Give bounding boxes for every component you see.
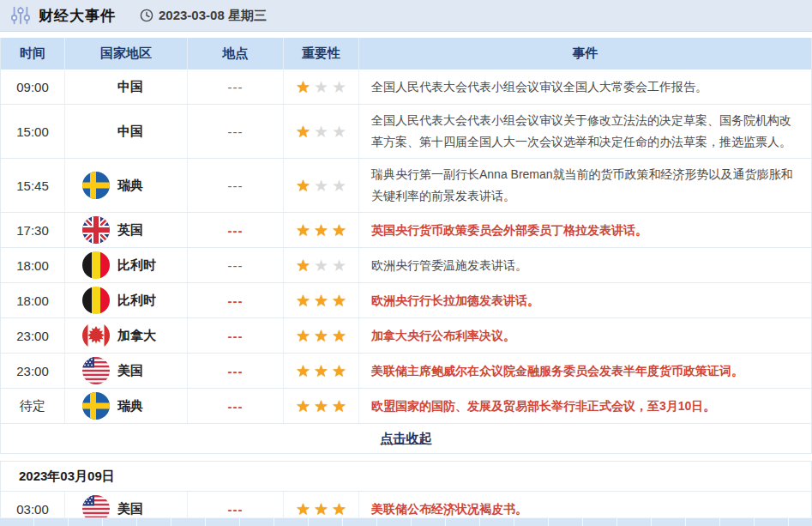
event-row: 09:00 中国 --- ★★★ 全国人民代表大会代表小组会议审议全国人大常委会…	[1, 70, 811, 105]
star-filled-icon: ★	[314, 398, 328, 414]
star-filled-icon: ★	[314, 293, 328, 309]
location-cell: ---	[188, 105, 284, 158]
event-text-cell: 美联储主席鲍威尔在众议院金融服务委员会发表半年度货币政策证词。	[359, 354, 811, 388]
importance-stars: ★★★	[284, 70, 359, 104]
event-text-cell: 欧洲央行行长拉加德发表讲话。	[359, 283, 811, 317]
star-empty-icon: ★	[314, 257, 328, 274]
country-cell: 中国	[65, 105, 188, 158]
collapse-row: 点击收起	[1, 424, 811, 454]
event-row: 23:00 加拿大 --- ★★★ 加拿大央行公布利率决议。	[1, 318, 811, 354]
country-cell: 英国	[65, 213, 188, 247]
col-header-time: 时间	[1, 38, 65, 70]
collapse-link[interactable]: 点击收起	[381, 431, 432, 447]
time-cell: 15:00	[1, 105, 65, 158]
star-filled-icon: ★	[332, 328, 346, 344]
blank-flag-icon	[82, 73, 110, 100]
importance-stars: ★★★	[284, 159, 359, 212]
belgium-flag-icon	[82, 251, 110, 279]
time-cell: 17:30	[1, 213, 65, 247]
importance-stars: ★★★	[284, 213, 359, 247]
col-header-country: 国家地区	[65, 38, 188, 70]
time-cell: 18:00	[1, 283, 65, 317]
star-empty-icon: ★	[332, 124, 346, 140]
star-filled-icon: ★	[314, 222, 328, 239]
star-filled-icon: ★	[332, 363, 346, 379]
clock-icon	[140, 9, 153, 22]
financial-events-widget: 财经大事件 2023-03-08 星期三 时间 国家地区 地点 重要性 事件 0…	[0, 0, 812, 526]
importance-stars: ★★★	[284, 248, 359, 282]
star-filled-icon: ★	[296, 363, 310, 379]
star-filled-icon: ★	[296, 124, 310, 140]
page-title: 财经大事件	[39, 6, 116, 26]
event-row: 17:30 英国 --- ★★★ 英国央行货币政策委员会外部委员丁格拉发表讲话。	[1, 213, 811, 248]
usa-flag-icon	[82, 357, 110, 384]
star-empty-icon: ★	[314, 124, 328, 140]
country-cell: 比利时	[65, 283, 188, 317]
importance-stars: ★★★	[284, 283, 359, 317]
star-filled-icon: ★	[296, 398, 310, 414]
belgium-flag-icon	[82, 287, 110, 314]
event-text-cell: 欧洲央行管委温施发表讲话。	[359, 248, 811, 282]
star-filled-icon: ★	[296, 501, 310, 517]
time-cell: 23:00	[1, 354, 65, 388]
events-table-day2: 2023年03月09日 03:00 美国 --- ★★★ 美联储公布经济状况褐皮…	[0, 461, 812, 526]
event-row: 23:00 美国 --- ★★★ 美联储主席鲍威尔在众议院金融服务委员会发表半年…	[1, 354, 811, 389]
location-cell: ---	[188, 318, 284, 353]
sweden-flag-icon	[82, 172, 110, 199]
location-cell: ---	[188, 70, 284, 104]
star-filled-icon: ★	[314, 501, 328, 517]
star-filled-icon: ★	[296, 178, 310, 194]
star-empty-icon: ★	[332, 178, 346, 194]
event-text-cell: 加拿大央行公布利率决议。	[359, 318, 811, 353]
next-day-date-label: 2023年03月09日	[19, 469, 115, 485]
date-display: 2023-03-08 星期三	[140, 8, 267, 24]
location-cell: ---	[188, 283, 284, 317]
time-cell: 待定	[1, 389, 65, 423]
importance-stars: ★★★	[284, 389, 359, 423]
sliders-icon	[10, 5, 31, 26]
star-empty-icon: ★	[332, 79, 346, 95]
importance-stars: ★★★	[284, 318, 359, 353]
table-header-row: 时间 国家地区 地点 重要性 事件	[1, 38, 811, 70]
star-filled-icon: ★	[314, 328, 328, 344]
country-cell: 中国	[65, 70, 188, 104]
time-cell: 23:00	[1, 318, 65, 353]
canada-flag-icon	[82, 322, 110, 349]
country-cell: 美国	[65, 354, 188, 388]
country-cell: 比利时	[65, 248, 188, 282]
uk-flag-icon	[82, 216, 110, 244]
col-header-importance: 重要性	[284, 38, 359, 70]
event-row: 待定 瑞典 --- ★★★ 欧盟国家的国防、发展及贸易部长举行非正式会议，至3月…	[1, 389, 811, 424]
event-row: 18:00 比利时 --- ★★★ 欧洲央行行长拉加德发表讲话。	[1, 283, 811, 318]
event-text-cell: 英国央行货币政策委员会外部委员丁格拉发表讲话。	[359, 213, 811, 247]
sweden-flag-icon	[82, 392, 110, 420]
star-filled-icon: ★	[332, 501, 346, 517]
importance-stars: ★★★	[284, 354, 359, 388]
star-filled-icon: ★	[296, 79, 310, 95]
event-row: 18:00 比利时 --- ★★★ 欧洲央行管委温施发表讲话。	[1, 248, 811, 283]
date-separator-row: 2023年03月09日	[1, 461, 811, 492]
location-cell: ---	[188, 354, 284, 388]
col-header-location: 地点	[188, 38, 284, 70]
star-filled-icon: ★	[296, 293, 310, 309]
star-filled-icon: ★	[296, 222, 310, 239]
star-filled-icon: ★	[332, 293, 346, 309]
star-empty-icon: ★	[314, 178, 328, 194]
event-text-cell: 瑞典央行第一副行长Anna Breman就当前的货币政策和经济形势以及通货膨胀和…	[359, 159, 811, 212]
event-text-cell: 欧盟国家的国防、发展及贸易部长举行非正式会议，至3月10日。	[359, 389, 811, 423]
star-filled-icon: ★	[314, 363, 328, 379]
star-empty-icon: ★	[332, 257, 346, 274]
event-text-cell: 全国人民代表大会代表小组会议审议关于修改立法法的决定草案、国务院机构改革方案、第…	[359, 105, 811, 158]
star-filled-icon: ★	[332, 222, 346, 239]
event-text-cell: 全国人民代表大会代表小组会议审议全国人大常委会工作报告。	[359, 70, 811, 104]
event-row: 15:45 瑞典 --- ★★★ 瑞典央行第一副行长Anna Breman就当前…	[1, 159, 811, 213]
col-header-event: 事件	[359, 38, 811, 70]
current-date-label: 2023-03-08 星期三	[159, 8, 267, 24]
location-cell: ---	[188, 389, 284, 423]
event-rows-day1: 09:00 中国 --- ★★★ 全国人民代表大会代表小组会议审议全国人大常委会…	[1, 70, 811, 424]
star-filled-icon: ★	[296, 257, 310, 274]
blank-flag-icon	[82, 118, 110, 145]
location-cell: ---	[188, 159, 284, 212]
app-header: 财经大事件 2023-03-08 星期三	[0, 0, 812, 32]
location-cell: ---	[188, 248, 284, 282]
